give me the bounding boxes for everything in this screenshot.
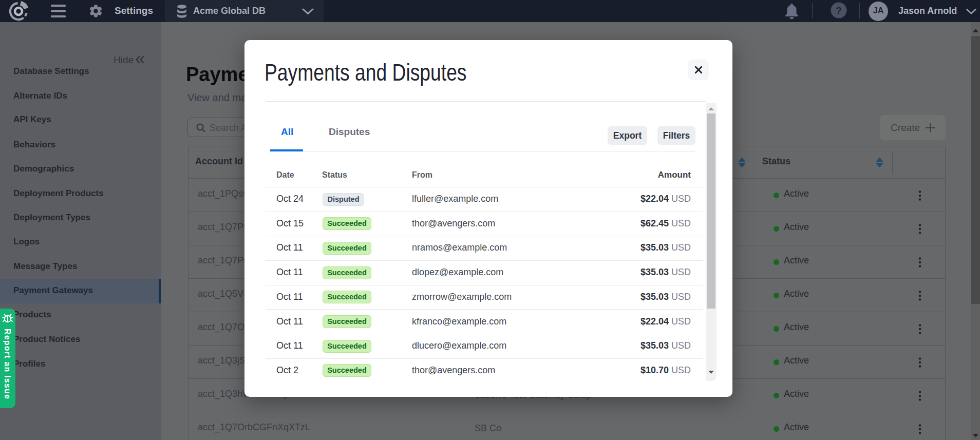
svg-text:?: ? <box>836 5 842 16</box>
